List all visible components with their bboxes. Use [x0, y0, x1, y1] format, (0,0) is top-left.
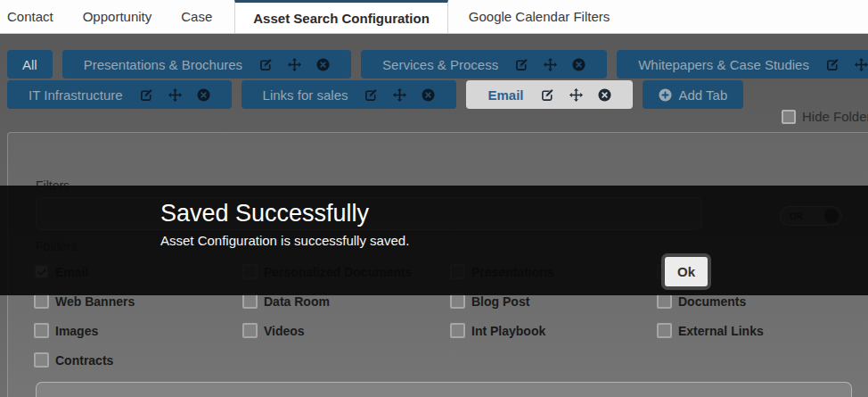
hide-folders-checkbox[interactable]: Hide Folders	[782, 109, 868, 124]
asset-tab-row-2: IT Infrastructure Links for sales Email …	[7, 80, 753, 109]
folder-label: Contracts	[55, 353, 113, 368]
folder-label: Documents	[678, 294, 746, 309]
asset-tab-label: Services & Process	[382, 57, 498, 72]
checkbox-icon[interactable]	[657, 323, 672, 338]
tab-opportunity[interactable]: Opportunity	[72, 0, 163, 33]
move-icon[interactable]	[569, 88, 583, 102]
move-icon[interactable]	[855, 58, 868, 71]
tab-case[interactable]: Case	[170, 0, 223, 33]
folder-checkbox-web-banners[interactable]: Web Banners	[34, 294, 135, 309]
folder-label: Data Room	[264, 294, 330, 309]
modal-title: Saved Successfully	[160, 200, 369, 227]
add-tab-button[interactable]: Add Tab	[643, 80, 744, 109]
ok-button[interactable]: Ok	[665, 257, 708, 286]
tab-contact[interactable]: Contact	[0, 0, 64, 33]
folder-label: Videos	[264, 324, 305, 338]
tab-google-calendar-filters[interactable]: Google Calendar Filters	[458, 0, 620, 33]
modal-overlay-band	[0, 186, 868, 295]
asset-tab-whitepapers-case-studies[interactable]: Whitepapers & Case Studies	[617, 50, 868, 79]
folder-label: Int Playbook	[471, 324, 545, 338]
main-tab-bar: Contact Opportunity Case Asset Search Co…	[0, 0, 868, 34]
edit-icon[interactable]	[826, 58, 839, 71]
asset-tab-row-1: All Presentations & Brochures Services &…	[7, 50, 868, 79]
asset-tab-it-infrastructure[interactable]: IT Infrastructure	[7, 80, 232, 109]
edit-icon[interactable]	[515, 58, 528, 71]
screen: Contact Opportunity Case Asset Search Co…	[0, 0, 868, 397]
checkbox-icon[interactable]	[242, 323, 258, 338]
remove-tab-icon[interactable]	[598, 88, 611, 102]
checkbox-icon[interactable]	[34, 323, 49, 338]
folder-label: Blog Post	[471, 294, 529, 309]
asset-tab-services-process[interactable]: Services & Process	[361, 50, 607, 79]
tab-asset-search-configuration[interactable]: Asset Search Configuration	[234, 0, 448, 33]
edit-icon[interactable]	[364, 88, 378, 102]
move-icon[interactable]	[168, 88, 182, 102]
asset-tab-label: Links for sales	[263, 87, 348, 103]
move-icon[interactable]	[544, 58, 557, 71]
add-tab-label: Add Tab	[679, 87, 728, 103]
asset-tab-email-selected[interactable]: Email	[466, 80, 632, 109]
folder-checkbox-blog-post[interactable]: Blog Post	[450, 294, 529, 309]
remove-tab-icon[interactable]	[316, 58, 330, 71]
modal-message: Asset Configuration is successfully save…	[160, 233, 409, 248]
folder-checkbox-data-room[interactable]: Data Room	[242, 294, 330, 309]
checkbox-icon[interactable]	[34, 352, 49, 368]
edit-icon[interactable]	[259, 58, 273, 71]
edit-icon[interactable]	[541, 88, 554, 102]
checkbox-icon[interactable]	[450, 323, 465, 338]
asset-tab-label: All	[22, 57, 37, 72]
bottom-input-box[interactable]	[36, 382, 852, 397]
folder-label: Images	[55, 324, 98, 338]
asset-tab-presentations-brochures[interactable]: Presentations & Brochures	[62, 50, 351, 79]
hide-folders-label: Hide Folders	[802, 109, 868, 124]
asset-tab-label: Whitepapers & Case Studies	[638, 57, 809, 72]
folder-label: External Links	[678, 324, 764, 338]
asset-tab-label: Presentations & Brochures	[84, 57, 242, 72]
add-icon	[659, 88, 672, 102]
move-icon[interactable]	[393, 88, 406, 102]
edit-icon[interactable]	[140, 88, 153, 102]
folder-checkbox-external-links[interactable]: External Links	[657, 323, 764, 338]
folder-checkbox-images[interactable]: Images	[34, 323, 98, 338]
folder-checkbox-int-playbook[interactable]: Int Playbook	[450, 323, 545, 338]
remove-tab-icon[interactable]	[197, 88, 210, 102]
folder-checkbox-documents[interactable]: Documents	[657, 294, 746, 309]
folder-label: Web Banners	[55, 294, 135, 309]
asset-tab-label: Email	[487, 87, 523, 103]
asset-tab-all[interactable]: All	[7, 50, 53, 79]
checkbox-icon[interactable]	[242, 294, 258, 309]
asset-tab-links-for-sales[interactable]: Links for sales	[242, 80, 457, 109]
checkbox-icon[interactable]	[782, 110, 796, 124]
checkbox-icon[interactable]	[657, 294, 672, 309]
move-icon[interactable]	[288, 58, 301, 71]
checkbox-icon[interactable]	[450, 294, 465, 309]
asset-tab-label: IT Infrastructure	[29, 87, 123, 103]
remove-tab-icon[interactable]	[572, 58, 585, 71]
folder-checkbox-videos[interactable]: Videos	[242, 323, 305, 338]
remove-tab-icon[interactable]	[422, 88, 435, 102]
folder-checkbox-contracts[interactable]: Contracts	[34, 352, 113, 368]
checkbox-icon[interactable]	[34, 294, 49, 309]
